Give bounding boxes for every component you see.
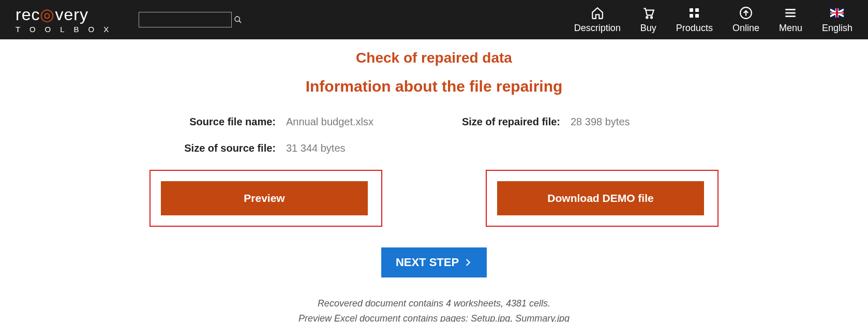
recovery-summary: Recovered document contains 4 worksheets…: [0, 296, 868, 322]
menu-icon: [784, 6, 797, 20]
home-icon: [591, 6, 604, 20]
info-label: Source file name:: [149, 116, 286, 128]
search-box[interactable]: [139, 12, 232, 27]
download-frame: Download DEMO file: [486, 170, 719, 227]
cart-icon: [641, 6, 655, 20]
svg-rect-6: [690, 14, 693, 18]
grid-icon: [687, 6, 701, 20]
info-row-source-name: Source file name: Annual budget.xlsx: [149, 116, 434, 128]
info-label: Size of source file:: [149, 142, 286, 154]
svg-line-1: [239, 21, 241, 23]
main-content: Check of repaired data Information about…: [0, 39, 868, 322]
svg-point-0: [235, 17, 240, 21]
svg-point-3: [651, 17, 652, 18]
nav-label: Description: [574, 23, 621, 34]
nav-label: Online: [732, 23, 759, 34]
nav-label: English: [822, 23, 852, 34]
svg-point-2: [647, 17, 648, 18]
page-title: Check of repaired data: [0, 50, 868, 66]
header-bar: rec◎very TOOLBOX Description Buy Product…: [0, 0, 868, 39]
info-value: 31 344 bytes: [286, 142, 346, 154]
svg-rect-5: [695, 8, 699, 12]
upload-icon: [739, 6, 753, 20]
search-icon[interactable]: [234, 16, 242, 24]
nav-online[interactable]: Online: [732, 6, 759, 34]
nav-language[interactable]: English: [822, 6, 852, 34]
action-buttons-row: Preview Download DEMO file: [0, 170, 868, 227]
info-row-source-size: Size of source file: 31 344 bytes: [149, 142, 434, 154]
info-value: Annual budget.xlsx: [286, 116, 373, 128]
nav-label: Menu: [779, 23, 802, 34]
file-info-grid: Source file name: Annual budget.xlsx Siz…: [149, 116, 719, 154]
brand-logo-bottom: TOOLBOX: [16, 25, 118, 34]
next-step-label: NEXT STEP: [396, 256, 459, 269]
chevron-right-icon: [463, 258, 472, 267]
brand-logo[interactable]: rec◎very TOOLBOX: [16, 6, 118, 34]
brand-prefix: rec: [16, 5, 40, 24]
search-input[interactable]: [143, 16, 234, 24]
page-subtitle: Information about the file repairing: [0, 78, 868, 95]
uk-flag-icon: [830, 6, 844, 20]
main-nav: Description Buy Products Online Menu: [574, 6, 852, 34]
brand-logo-top: rec◎very: [16, 6, 118, 23]
nav-menu[interactable]: Menu: [779, 6, 802, 34]
info-row-repaired-size: Size of repaired file: 28 398 bytes: [434, 116, 719, 128]
nav-label: Products: [676, 23, 713, 34]
brand-suffix: very: [55, 5, 88, 24]
download-demo-button[interactable]: Download DEMO file: [497, 181, 704, 215]
svg-rect-7: [695, 14, 699, 18]
summary-line-1: Recovered document contains 4 worksheets…: [0, 296, 868, 311]
summary-line-2: Preview Excel document contains pages: S…: [0, 311, 868, 322]
nav-buy[interactable]: Buy: [640, 6, 656, 34]
svg-rect-4: [690, 8, 693, 12]
preview-frame: Preview: [149, 170, 382, 227]
nav-products[interactable]: Products: [676, 6, 713, 34]
next-step-button[interactable]: NEXT STEP: [381, 247, 487, 277]
info-value: 28 398 bytes: [571, 116, 630, 128]
brand-o-icon: ◎: [40, 6, 55, 23]
preview-button[interactable]: Preview: [161, 181, 368, 215]
info-label: Size of repaired file:: [434, 116, 571, 128]
nav-description[interactable]: Description: [574, 6, 621, 34]
nav-label: Buy: [640, 23, 656, 34]
